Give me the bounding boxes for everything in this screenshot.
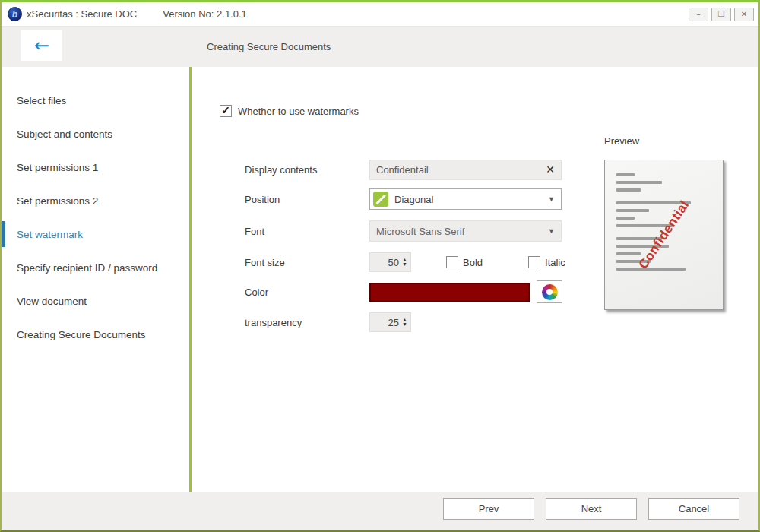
app-window: b xSecuritas : Secure DOC Version No: 2.… [0,0,760,532]
maximize-button[interactable]: ❐ [711,8,731,21]
transparency-row: transparency 25 ▲ ▼ [245,312,411,333]
app-version: Version No: 2.1.0.1 [163,8,247,20]
back-button[interactable]: ← [21,30,62,61]
use-watermarks-checkbox[interactable] [220,105,232,117]
display-contents-label: Display contents [245,164,369,176]
cancel-button[interactable]: Cancel [648,498,739,520]
use-watermarks-label: Whether to use watermarks [238,106,359,117]
color-wheel-icon [542,284,558,300]
color-picker-button[interactable] [537,280,562,303]
close-button[interactable]: ✕ [734,8,754,21]
diagonal-position-icon [373,192,388,207]
bold-checkbox[interactable] [446,256,458,268]
position-label: Position [245,194,369,205]
chevron-down-icon: ▼ [548,195,555,203]
preview-label: Preview [604,135,639,147]
transparency-value: 25 [375,317,402,328]
display-contents-value: Confidentail [376,164,546,176]
color-label: Color [245,287,369,298]
font-label: Font [245,226,369,237]
footer-bar: Prev Next Cancel [2,492,758,530]
transparency-label: transparency [245,317,369,328]
wizard-step-sidebar: Select files Subject and contents Set pe… [2,67,189,492]
next-button[interactable]: Next [546,498,637,520]
italic-label: Italic [545,257,565,268]
italic-checkbox[interactable] [528,256,540,268]
bold-option: Bold [446,256,483,268]
sidebar-item-view-document[interactable]: View document [2,284,189,318]
prev-button[interactable]: Prev [443,498,534,520]
title-bar: b xSecuritas : Secure DOC Version No: 2.… [2,2,758,27]
bold-label: Bold [463,257,483,268]
page-title: Creating Secure Documents [207,27,331,67]
chevron-down-icon: ▼ [548,227,555,235]
position-value: Diagonal [394,194,548,205]
font-dropdown[interactable]: Microsoft Sans Serif ▼ [369,220,562,242]
window-controls: – ❐ ✕ [689,8,754,21]
watermark-settings-panel: Whether to use watermarks Display conten… [192,67,758,492]
position-dropdown[interactable]: Diagonal ▼ [369,188,562,210]
sidebar-item-set-permissions-2[interactable]: Set permissions 2 [2,184,189,217]
header-bar: ← Creating Secure Documents [2,27,758,67]
display-contents-row: Display contents Confidentail ✕ [245,159,562,180]
sidebar-item-set-permissions-1[interactable]: Set permissions 1 [2,150,189,184]
clear-text-icon[interactable]: ✕ [546,163,555,176]
app-logo-icon: b [8,7,22,21]
sidebar-item-subject-and-contents[interactable]: Subject and contents [2,117,189,150]
sidebar-item-creating-secure-documents[interactable]: Creating Secure Documents [2,318,189,351]
sidebar-item-set-watermark[interactable]: Set watermark [2,217,189,251]
color-row: Color [245,281,562,302]
app-title: xSecuritas : Secure DOC [27,8,137,20]
color-swatch[interactable] [369,283,530,302]
font-size-label: Font size [245,257,369,268]
sidebar-item-specify-recipient[interactable]: Specify recipient ID / password [2,251,189,284]
display-contents-input[interactable]: Confidentail ✕ [369,160,562,180]
italic-option: Italic [528,256,565,268]
transparency-stepper[interactable]: 25 ▲ ▼ [369,312,411,332]
spin-down-icon[interactable]: ▼ [402,322,407,327]
font-size-value: 50 [375,257,402,268]
minimize-button[interactable]: – [689,8,708,21]
font-size-row: Font size 50 ▲ ▼ Bold Italic [245,252,565,273]
position-row: Position Diagonal ▼ [245,188,562,210]
font-size-stepper[interactable]: 50 ▲ ▼ [369,252,411,272]
use-watermarks-row: Whether to use watermarks [220,105,359,117]
spin-down-icon[interactable]: ▼ [402,262,407,267]
font-row: Font Microsoft Sans Serif ▼ [245,220,562,242]
sidebar-item-select-files[interactable]: Select files [2,84,189,117]
preview-document-thumbnail: Confidential [604,160,724,310]
font-value: Microsoft Sans Serif [376,226,548,237]
back-arrow-icon: ← [34,36,49,55]
